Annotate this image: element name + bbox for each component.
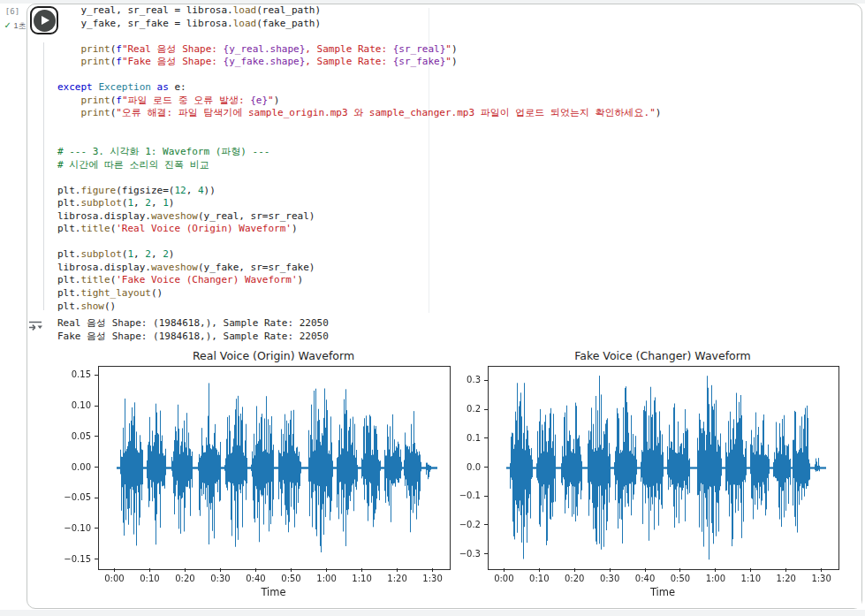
code-line[interactable]: [57, 133, 661, 146]
code-token: 'Real Voice (Origin) Waveform': [116, 223, 292, 234]
code-token: # --- 3. 시각화 1: Waveform (파형) ---: [57, 146, 269, 157]
y-tick-mark: [484, 553, 488, 554]
code-token: print: [81, 56, 110, 67]
y-tick-label: −0.15: [52, 554, 91, 564]
x-tick-mark: [185, 568, 186, 572]
cell-collapse-line[interactable]: [43, 42, 44, 310]
x-tick-label: 1:00: [316, 574, 336, 583]
y-tick-label: 0.10: [52, 400, 91, 410]
code-line[interactable]: plt.figure(figsize=(12, 4)): [57, 185, 661, 198]
execution-elapsed: 1초: [13, 21, 26, 30]
code-line[interactable]: [57, 30, 661, 43]
code-token: Exception: [98, 81, 151, 93]
output-display-icon[interactable]: [27, 319, 43, 335]
x-tick-label: 1:20: [387, 574, 406, 583]
x-tick-label: 0:20: [175, 574, 194, 583]
x-tick-mark: [610, 568, 611, 572]
y-tick-label: 0.05: [52, 431, 91, 441]
code-token: print: [81, 107, 110, 118]
y-tick-label: −0.2: [442, 520, 481, 529]
run-cell-button[interactable]: [30, 6, 58, 34]
code-token: ,: [151, 248, 163, 260]
code-token: "Real 음성 Shape:: [122, 43, 224, 55]
code-token: 2: [145, 248, 151, 260]
code-token: subplot: [81, 248, 122, 260]
code-line[interactable]: print(f"Real 음성 Shape: {y_real.shape}, S…: [57, 43, 661, 57]
code-line[interactable]: # --- 3. 시각화 1: Waveform (파형) ---: [57, 146, 661, 159]
code-line[interactable]: plt.tight_layout(): [57, 287, 661, 300]
code-line[interactable]: print("오류 해결: 파일 탐색기에 sample_origin.mp3 …: [57, 107, 661, 120]
y-tick-label: 0.1: [442, 433, 481, 443]
y-tick-label: −0.10: [52, 523, 91, 533]
play-circle-icon: [34, 10, 56, 32]
x-tick-mark: [361, 568, 362, 572]
code-token: (): [104, 300, 116, 312]
code-line[interactable]: print(f"Fake 음성 Shape: {y_fake.shape}, S…: [57, 56, 661, 69]
code-token: 1: [163, 197, 169, 209]
code-token: librosa.display.: [57, 262, 151, 273]
code-line[interactable]: librosa.display.waveshow(y_real, sr=sr_r…: [57, 210, 661, 224]
x-tick-label: 0:50: [281, 574, 300, 583]
code-line[interactable]: plt.subplot(1, 2, 1): [57, 197, 661, 210]
code-line[interactable]: [57, 171, 661, 185]
code-line[interactable]: plt.show(): [57, 300, 661, 314]
x-tick-mark: [750, 568, 751, 572]
y-tick-label: −0.05: [52, 492, 91, 502]
y-tick-mark: [484, 496, 488, 497]
code-token: figure: [81, 185, 117, 196]
code-line[interactable]: print(f"파일 로드 중 오류 발생: {e}"): [57, 95, 661, 108]
code-token: ": [445, 43, 451, 55]
code-token: y_fake, sr_fake = librosa.: [57, 18, 233, 29]
x-tick-mark: [574, 568, 575, 572]
code-line[interactable]: y_fake, sr_fake = librosa.load(fake_path…: [57, 18, 661, 31]
code-token: {sr_fake}: [393, 56, 446, 67]
code-token: plt.: [57, 287, 81, 299]
code-token: f: [116, 56, 122, 67]
code-token: , Sample Rate:: [305, 43, 392, 55]
code-line[interactable]: [57, 236, 661, 249]
code-token: 'Fake Voice (Changer) Waveform': [116, 274, 297, 285]
code-token: (y_fake, sr=sr_fake): [198, 262, 315, 273]
code-line[interactable]: # 시간에 따른 소리의 진폭 비교: [57, 159, 661, 172]
x-tick-label: 0:40: [635, 574, 655, 583]
code-token: , Sample Rate:: [305, 56, 392, 67]
x-tick-mark: [114, 568, 115, 572]
y-tick-label: 0.0: [442, 462, 481, 472]
code-line[interactable]: plt.subplot(1, 2, 2): [57, 248, 661, 262]
x-tick-mark: [397, 568, 398, 572]
code-line[interactable]: plt.title('Fake Voice (Changer) Waveform…: [57, 274, 661, 287]
code-line[interactable]: [57, 120, 661, 133]
code-line[interactable]: except Exception as e:: [57, 81, 661, 95]
x-tick-mark: [326, 568, 327, 572]
code-token: 2: [145, 197, 151, 209]
code-token: (y_real, sr=sr_real): [198, 210, 315, 222]
code-token: ): [169, 248, 175, 260]
waveform-plot-real: Real Voice (Origin) Waveform0.150.100.05…: [98, 366, 449, 568]
code-token: f: [116, 95, 122, 106]
x-tick-label: 1:30: [422, 574, 442, 583]
code-token: load: [233, 18, 257, 29]
output-line: Real 음성 Shape: (1984618,), Sample Rate: …: [57, 317, 329, 331]
output-line: Fake 음성 Shape: (1984618,), Sample Rate: …: [57, 331, 329, 344]
code-line[interactable]: y_real, sr_real = librosa.load(real_path…: [57, 4, 661, 18]
code-token: {y_real.shape}: [224, 43, 306, 55]
code-line[interactable]: [57, 69, 661, 82]
code-token: title: [81, 274, 110, 285]
x-tick-mark: [255, 568, 256, 572]
play-icon: [42, 16, 49, 25]
y-tick-label: 0.3: [442, 375, 481, 384]
y-tick-mark: [95, 528, 98, 529]
code-editor[interactable]: y_real, sr_real = librosa.load(real_path…: [57, 4, 661, 313]
output-text: Real 음성 Shape: (1984618,), Sample Rate: …: [57, 317, 329, 343]
code-token: {y_fake.shape}: [224, 56, 306, 67]
code-token: subplot: [81, 197, 122, 209]
code-line[interactable]: plt.title('Real Voice (Origin) Waveform'…: [57, 223, 661, 236]
code-line[interactable]: librosa.display.waveshow(y_fake, sr=sr_f…: [57, 262, 661, 275]
code-token: ): [451, 43, 458, 55]
x-tick-mark: [432, 568, 433, 572]
y-tick-mark: [484, 467, 488, 468]
x-tick-label: 1:30: [811, 574, 831, 583]
y-tick-mark: [484, 524, 488, 525]
code-token: plt.: [57, 274, 81, 285]
waveform-plot-fake: Fake Voice (Changer) Waveform0.30.20.10.…: [488, 366, 838, 568]
